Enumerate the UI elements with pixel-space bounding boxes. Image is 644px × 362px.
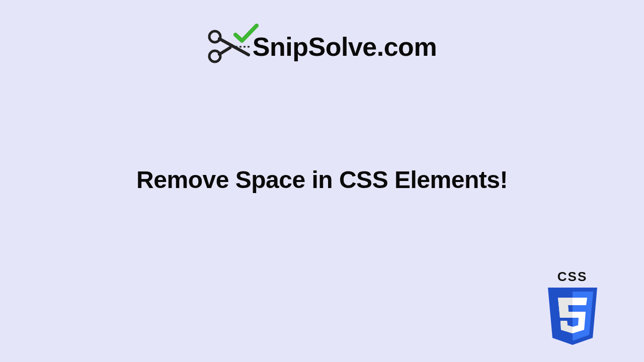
logo-group: SnipSolve.com — [207, 28, 437, 65]
svg-point-0 — [209, 31, 220, 42]
article-headline: Remove Space in CSS Elements! — [0, 166, 644, 194]
site-title: SnipSolve.com — [253, 32, 437, 62]
checkmark-icon — [233, 24, 259, 44]
header: SnipSolve.com — [0, 0, 644, 65]
css-label: CSS — [546, 269, 599, 285]
scissors-icon — [207, 28, 253, 65]
css3-logo: CSS — [546, 269, 599, 347]
css-shield-icon — [547, 288, 598, 347]
main-content: Remove Space in CSS Elements! — [0, 166, 644, 194]
svg-point-1 — [209, 51, 220, 62]
